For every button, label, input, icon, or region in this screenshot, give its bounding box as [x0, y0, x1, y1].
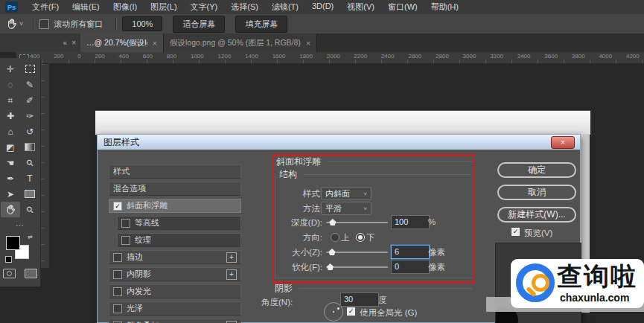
document-tab-1[interactable]: …@ 20.7%(假设logo, RGB/8#) * × [80, 33, 164, 52]
pen-tool[interactable]: ✒ [1, 170, 20, 186]
foreground-color-swatch[interactable] [6, 236, 20, 250]
swap-colors-icon[interactable]: ⇄ [28, 234, 33, 240]
watermark: 查询啦 chaxunla.com [511, 259, 644, 308]
expand-icon[interactable]: + [226, 252, 237, 263]
quick-selection-tool[interactable]: ✎ [20, 77, 39, 92]
menu-item[interactable]: 文字(Y) [184, 1, 225, 13]
quick-mask-icon[interactable] [3, 269, 16, 278]
document-tab-2[interactable]: 假设logo.png @ 50% (图层 1, RGB/8) × [164, 33, 317, 52]
close-tab-icon[interactable]: × [306, 39, 310, 48]
expand-icon[interactable]: + [226, 321, 237, 323]
expand-icon[interactable]: + [226, 269, 237, 280]
dodge-tool[interactable]: ⚲ [20, 155, 39, 170]
menu-item[interactable]: 帮助(H) [424, 1, 465, 13]
move-tool[interactable]: ✛ [1, 61, 20, 77]
style-item-label: 样式 [113, 166, 130, 177]
healing-brush-tool[interactable]: ✚ [1, 108, 20, 124]
layer-style-item[interactable]: 内阴影+ [109, 267, 241, 281]
layer-style-item[interactable]: 颜色叠加+ [109, 319, 241, 323]
angle-field[interactable]: 30 [340, 292, 379, 307]
close-dialog-button[interactable]: × [551, 136, 575, 149]
watermark-domain: chaxunla.com [560, 292, 629, 304]
ok-button[interactable]: 确定 [497, 162, 576, 178]
menu-item[interactable]: 选择(S) [224, 1, 265, 13]
brush-tool[interactable]: ✑ [20, 108, 39, 124]
scroll-all-windows-checkbox[interactable] [39, 19, 49, 29]
lasso-tool[interactable]: ◌ [1, 77, 20, 92]
style-checkbox[interactable] [113, 253, 122, 262]
new-style-button[interactable]: 新建样式(W)... [497, 207, 576, 223]
menu-item[interactable]: 图层(L) [144, 1, 183, 13]
divider [33, 18, 34, 30]
global-light-checkbox[interactable]: ✓ [347, 307, 355, 316]
menu-item[interactable]: 视图(V) [340, 1, 381, 13]
hand-tool[interactable] [1, 202, 20, 217]
layer-style-item[interactable]: 等高线 [117, 216, 241, 230]
eraser-tool[interactable]: ◩ [1, 139, 20, 155]
type-tool[interactable]: T [20, 170, 39, 186]
close-tab-icon[interactable]: × [153, 39, 157, 48]
watermark-logo-icon [516, 263, 555, 302]
preview-checkbox[interactable]: ✓ [511, 228, 520, 236]
menu-item[interactable]: 图像(I) [106, 1, 144, 13]
menu-bar: Ps 文件(F)编辑(E)图像(I)图层(L)文字(Y)选择(S)滤镜(T)3D… [0, 0, 644, 15]
layer-style-item[interactable]: 描边+ [109, 250, 241, 264]
crop-tool[interactable]: ⌗ [1, 92, 20, 108]
menu-item[interactable]: 编辑(E) [66, 1, 106, 13]
menu-item[interactable]: 窗口(W) [381, 1, 424, 13]
style-item-label: 内发光 [127, 286, 151, 297]
photoshop-logo-icon: Ps [5, 1, 18, 13]
rectangular-marquee-tool[interactable] [20, 61, 39, 77]
menu-item[interactable]: 滤镜(T) [265, 1, 305, 13]
ruler-label: 3400 [517, 53, 531, 60]
default-colors-icon[interactable] [5, 256, 12, 263]
dialog-title-bar[interactable]: 图层样式 × [98, 135, 580, 150]
cancel-button[interactable]: 取消 [497, 185, 576, 200]
fill-screen-button[interactable]: 填充屏幕 [235, 16, 287, 33]
style-checkbox[interactable] [113, 304, 122, 313]
layer-style-item[interactable]: 混合选项 [109, 182, 241, 196]
more-tools-icon[interactable]: ⋯ [0, 220, 40, 230]
layer-style-item[interactable]: 样式 [109, 164, 241, 179]
ruler-label: 800 [167, 53, 176, 60]
zoom-100-button[interactable]: 100% [122, 16, 162, 31]
path-selection-tool[interactable]: ➤ [1, 186, 20, 202]
hand-tool-icon[interactable] [7, 19, 17, 29]
smudge-tool[interactable]: ☚ [1, 155, 20, 170]
screen-mode-icon[interactable] [25, 269, 37, 278]
history-brush-tool[interactable]: ↺ [20, 124, 39, 139]
style-checkbox[interactable] [121, 236, 130, 245]
menu-item[interactable]: 3D(D) [305, 1, 340, 13]
style-checkbox[interactable]: ✓ [113, 202, 122, 211]
watermark-brand: 查询啦 [557, 260, 637, 294]
style-item-label: 斜面和浮雕 [127, 200, 168, 211]
style-checkbox[interactable] [113, 270, 122, 279]
ruler-label: 1800 [299, 53, 313, 60]
document-tab-bar: « × …@ 20.7%(假设logo, RGB/8#) * × 假设logo.… [0, 33, 644, 52]
fit-screen-button[interactable]: 适合屏幕 [173, 16, 225, 33]
zoom-tool[interactable]: ⚲ [20, 202, 39, 217]
clone-stamp-tool[interactable]: ⌂ [1, 124, 20, 139]
layer-style-item[interactable]: ✓斜面和浮雕 [109, 199, 241, 213]
chevron-down-icon[interactable]: ˅ [19, 20, 23, 28]
style-checkbox[interactable] [121, 219, 130, 228]
style-item-label: 混合选项 [113, 183, 146, 194]
layer-style-item[interactable]: 内发光 [109, 284, 241, 298]
menu-items: 文件(F)编辑(E)图像(I)图层(L)文字(Y)选择(S)滤镜(T)3D(D)… [25, 1, 465, 13]
tool-grid: ✛◌✎⌗✐✚✑⌂↺◩☚⚲✒T➤⚲ [0, 58, 40, 217]
menu-item[interactable]: 文件(F) [25, 1, 66, 13]
tools-panel: ✛◌✎⌗✐✚✑⌂↺◩☚⚲✒T➤⚲ ⋯ ⇄ [0, 58, 41, 287]
horizontal-ruler: 4002000200400600800100012001400160018002… [16, 52, 644, 64]
style-item-label: 纹理 [135, 234, 151, 246]
layer-style-item[interactable]: 纹理 [117, 233, 241, 247]
shape-tool[interactable] [20, 186, 39, 202]
eyedropper-tool[interactable]: ✐ [20, 92, 39, 108]
close-panel-icon[interactable]: × [71, 39, 76, 47]
layer-style-item[interactable]: 光泽 [109, 301, 241, 316]
style-checkbox[interactable] [113, 287, 122, 296]
gradient-tool[interactable] [20, 139, 39, 155]
ruler-label: 200 [54, 53, 63, 60]
style-item-label: 内阴影 [127, 269, 151, 280]
collapse-panel-icon[interactable]: « [63, 39, 68, 47]
dialog-title: 图层样式 [103, 136, 139, 149]
